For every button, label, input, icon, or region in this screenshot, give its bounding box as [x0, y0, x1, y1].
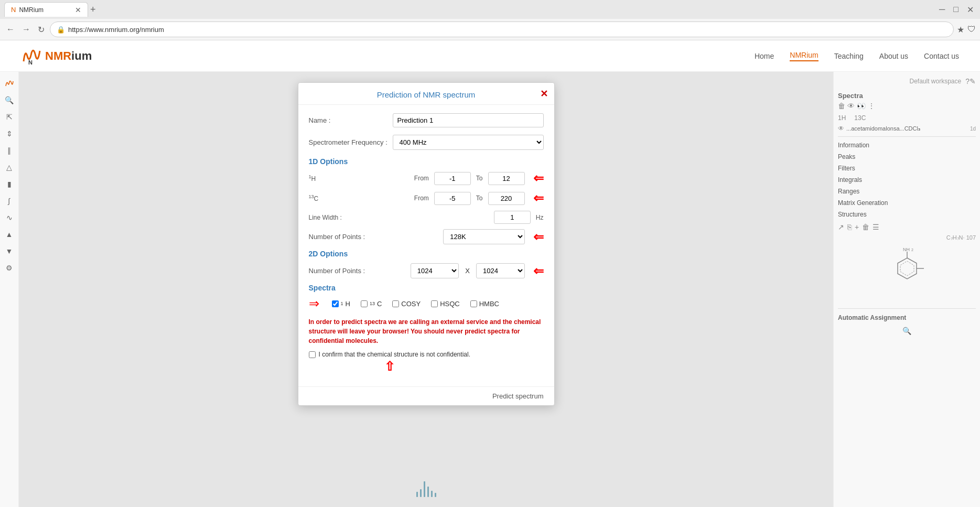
- tool-zoom[interactable]: 🔍: [2, 93, 17, 107]
- spectrum-tab-1h[interactable]: 1H: [838, 114, 846, 122]
- c13-to-input[interactable]: [488, 192, 525, 205]
- sidebar-matrix[interactable]: Matrix Generation: [838, 198, 976, 208]
- url-display: https://www.nmrium.org/nmrium: [68, 26, 947, 34]
- back-btn[interactable]: ←: [4, 23, 17, 36]
- numpoints-select[interactable]: 128K 1K 2K 4K 8K 16K 32K 64K 256K: [443, 229, 524, 244]
- sidebar-ranges[interactable]: Ranges: [838, 186, 976, 197]
- svg-marker-2: [900, 261, 914, 276]
- confirm-row[interactable]: I confirm that the chemical structure is…: [309, 351, 470, 358]
- sidebar-top: Default workspace ? ✎: [838, 76, 976, 87]
- structure-export-btn[interactable]: ↗: [838, 223, 844, 231]
- h1-from-input[interactable]: [434, 172, 471, 185]
- name-input[interactable]: [393, 113, 544, 127]
- new-tab-btn[interactable]: +: [90, 4, 96, 15]
- structure-list-btn[interactable]: ☰: [873, 223, 879, 231]
- numpoints2d-x-select[interactable]: 1024 512 2048 4096: [411, 263, 459, 278]
- bookmark-btn[interactable]: ★: [957, 25, 964, 35]
- maximize-btn[interactable]: □: [951, 3, 961, 17]
- browser-actions: ★ 🛡: [957, 25, 976, 35]
- spectra-controls: 🗑 👁 👀 ⋮: [838, 102, 976, 110]
- browser-chrome: N NMRium ✕ + ─ □ ✕ ← → ↻ 🔒 https://www.n…: [0, 0, 980, 40]
- c13-from-input[interactable]: [434, 192, 471, 205]
- numpoints2d-y-select[interactable]: 1024 512 2048 4096: [476, 263, 525, 278]
- numpoints2d-x-label: X: [465, 267, 470, 275]
- sidebar-information[interactable]: Information: [838, 140, 976, 150]
- nav-contact[interactable]: Contact us: [924, 52, 959, 60]
- cb-c13-input[interactable]: [361, 300, 368, 307]
- tool-expand[interactable]: ⇱: [2, 110, 17, 124]
- eye-btn[interactable]: 👀: [857, 102, 866, 110]
- more-btn[interactable]: ⋮: [868, 102, 875, 110]
- cb-hmbc-input[interactable]: [470, 300, 477, 307]
- address-bar[interactable]: 🔒 https://www.nmrium.org/nmrium: [50, 21, 954, 37]
- tool-baseline[interactable]: ⇕: [2, 126, 17, 141]
- tool-settings[interactable]: ⚙: [2, 261, 17, 275]
- frequency-select[interactable]: 400 MHz 100 MHz 200 MHz 300 MHz 500 MHz …: [393, 135, 544, 150]
- numpoints2d-arrow-annotation: ⇐: [533, 264, 544, 278]
- structure-copy-btn[interactable]: ⎘: [847, 223, 852, 231]
- tool-import[interactable]: ▲: [2, 227, 17, 242]
- tool-range[interactable]: ▮: [2, 177, 17, 191]
- tool-peak[interactable]: △: [2, 160, 17, 175]
- sidebar-filters[interactable]: Filters: [838, 163, 976, 174]
- spectra-arrow-annotation: ⇒: [309, 296, 319, 311]
- sidebar-peaks[interactable]: Peaks: [838, 152, 976, 162]
- numpoints2d-row: Number of Points : 1024 512 2048 4096 X …: [309, 263, 544, 278]
- linewidth-input[interactable]: [494, 211, 531, 224]
- tool-measure[interactable]: ∥: [2, 143, 17, 158]
- tool-logo-small[interactable]: [2, 76, 17, 91]
- logo-nmr: NMR: [45, 49, 71, 62]
- delete-btn[interactable]: 🗑: [838, 102, 845, 110]
- cb-h1-label[interactable]: 1H: [332, 300, 350, 308]
- cb-hsqc-input[interactable]: [431, 300, 438, 307]
- tool-export[interactable]: ▼: [2, 244, 17, 258]
- structure-add-btn[interactable]: +: [855, 223, 859, 231]
- nav-teaching[interactable]: Teaching: [834, 52, 864, 60]
- browser-tab[interactable]: N NMRium ✕: [4, 2, 88, 17]
- forward-btn[interactable]: →: [20, 23, 33, 36]
- cb-hsqc-label[interactable]: HSQC: [431, 300, 460, 308]
- formula-text: C₇H₇N· 107: [838, 234, 976, 241]
- spectrum-entry: 👁 ...acetamidomalonsa...CDCl₃ 1d: [838, 124, 976, 133]
- app-container: N NMRium Home NMRium Teaching About us C…: [0, 40, 980, 507]
- reload-btn[interactable]: ↻: [36, 23, 47, 37]
- app-logo: N NMRium: [21, 47, 92, 66]
- center-area: Prediction of NMR spectrum ✕ Name : Spec…: [19, 72, 833, 507]
- cb-hmbc-label[interactable]: HMBC: [470, 300, 499, 308]
- cb-c13-label[interactable]: 13C: [361, 300, 382, 308]
- minimize-btn[interactable]: ─: [937, 3, 947, 17]
- spectrum-eye-btn[interactable]: 👁: [838, 125, 844, 132]
- confirm-arrow-annotation: ⇧: [384, 359, 395, 374]
- spectrum-tab-13c[interactable]: 13C: [854, 114, 866, 122]
- logo-text: NMRium: [45, 49, 92, 63]
- divider-2: [838, 308, 976, 309]
- nav-nmrium[interactable]: NMRium: [790, 51, 818, 61]
- cb-h1-input[interactable]: [332, 300, 339, 307]
- h1-range-row: 1H From To ⇐: [309, 171, 544, 186]
- cb-cosy-input[interactable]: [392, 300, 399, 307]
- window-close-btn[interactable]: ✕: [965, 3, 976, 17]
- h1-arrow-annotation: ⇐: [533, 171, 544, 186]
- linewidth-label: Line Width :: [309, 214, 342, 221]
- divider-1: [838, 136, 976, 137]
- h1-to-input[interactable]: [488, 172, 525, 185]
- sidebar-structures[interactable]: Structures: [838, 209, 976, 220]
- tool-integral[interactable]: ∫: [2, 193, 17, 208]
- sidebar-integrals[interactable]: Integrals: [838, 175, 976, 185]
- help-btn[interactable]: ?: [965, 77, 970, 85]
- predict-btn[interactable]: Predict spectrum: [492, 392, 544, 400]
- nav-home[interactable]: Home: [755, 52, 774, 60]
- tab-close-btn[interactable]: ✕: [75, 6, 81, 14]
- workspace-label: Default workspace: [909, 78, 961, 85]
- search-icon[interactable]: 🔍: [902, 327, 911, 335]
- svg-text:2: 2: [911, 248, 913, 252]
- modal-close-btn[interactable]: ✕: [540, 88, 548, 100]
- cb-cosy-label[interactable]: COSY: [392, 300, 421, 308]
- structure-delete-btn[interactable]: 🗑: [862, 223, 869, 231]
- pen-btn[interactable]: ✎: [970, 77, 976, 85]
- confirm-checkbox[interactable]: [309, 351, 316, 358]
- tool-phase[interactable]: ∿: [2, 210, 17, 225]
- eye-off-btn[interactable]: 👁: [847, 102, 855, 110]
- nav-about[interactable]: About us: [879, 52, 908, 60]
- shield-btn[interactable]: 🛡: [967, 25, 976, 34]
